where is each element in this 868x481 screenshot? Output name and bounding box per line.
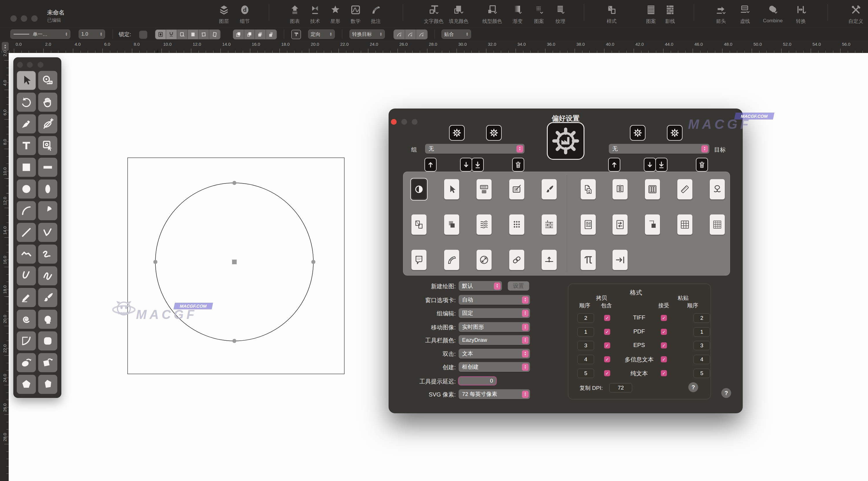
window-close-button[interactable] bbox=[10, 16, 17, 22]
copy-order-PDF[interactable]: 1 bbox=[578, 327, 594, 337]
ruler-pane[interactable] bbox=[677, 179, 692, 200]
group-download-button[interactable] bbox=[460, 158, 472, 172]
rotate-zoom-tool[interactable] bbox=[38, 114, 57, 133]
freehand-tool[interactable] bbox=[38, 245, 57, 264]
target-delete-button[interactable] bbox=[696, 158, 708, 172]
text-tool[interactable] bbox=[17, 136, 36, 155]
styles-pane[interactable] bbox=[411, 214, 427, 235]
palette-zoom-button[interactable] bbox=[38, 62, 43, 68]
group-upload-button[interactable] bbox=[425, 158, 437, 172]
pentagon-tool[interactable] bbox=[17, 375, 36, 394]
orient-select[interactable]: 定向 ▲▼ bbox=[308, 30, 335, 39]
spiral-tool[interactable] bbox=[17, 310, 36, 329]
graph-paper-pane[interactable] bbox=[710, 214, 725, 235]
measure-tool[interactable] bbox=[38, 71, 57, 90]
toolbar-item-customize[interactable]: 自定义 bbox=[842, 4, 868, 25]
copy-include-checkbox-EPS[interactable]: ✓ bbox=[604, 342, 610, 349]
paste-order-多信息文本[interactable]: 4 bbox=[693, 355, 710, 364]
format-help-button[interactable]: ? bbox=[688, 382, 698, 392]
toolbar-item-hatch[interactable]: 影线 bbox=[656, 4, 684, 25]
selection-mode-3-button[interactable] bbox=[177, 30, 188, 39]
polygon-tool[interactable] bbox=[38, 375, 57, 394]
selection-mode-6-button[interactable] bbox=[209, 30, 220, 39]
blob-rotate-tool[interactable] bbox=[17, 353, 36, 372]
line-style-select[interactable]: 单一… ▲▼ bbox=[10, 30, 70, 39]
rounded-rect-tool[interactable] bbox=[38, 331, 57, 351]
paste-order-EPS[interactable]: 3 bbox=[693, 341, 710, 350]
window-minimize-button[interactable] bbox=[21, 16, 27, 22]
links-pane[interactable] bbox=[509, 250, 524, 270]
pie-tool[interactable] bbox=[38, 201, 57, 220]
rotate-tool[interactable] bbox=[17, 93, 36, 112]
copy-order-TIFF[interactable]: 2 bbox=[578, 313, 594, 323]
sync-target-1-button[interactable] bbox=[630, 125, 646, 141]
arrange-2-button[interactable] bbox=[244, 30, 255, 39]
callout-pane[interactable] bbox=[411, 250, 427, 270]
curve-style-2-button[interactable] bbox=[405, 30, 416, 39]
brush-pane[interactable] bbox=[541, 179, 557, 200]
toolbar-item-dash-line[interactable]: 虚线 bbox=[731, 4, 759, 25]
pan-tool[interactable] bbox=[38, 93, 57, 112]
arrange-4-button[interactable] bbox=[266, 30, 277, 39]
snap-select[interactable]: 贴合 ▲▼ bbox=[441, 30, 471, 39]
arrange-1-button[interactable] bbox=[233, 30, 244, 39]
curve-style-3-button[interactable] bbox=[416, 30, 427, 39]
general-pane[interactable] bbox=[411, 179, 427, 200]
arrange-3-button[interactable] bbox=[255, 30, 266, 39]
direct-select-tool[interactable] bbox=[38, 136, 57, 155]
paste-order-TIFF[interactable]: 2 bbox=[693, 313, 710, 323]
vertical-ruler[interactable]: 2.04.06.08.010.012.014.016.018.020.022.0… bbox=[0, 53, 9, 481]
form-select-3[interactable]: 固定▲▼ bbox=[459, 308, 530, 318]
target-upload-button[interactable] bbox=[608, 158, 620, 172]
text-format-pane[interactable] bbox=[581, 214, 596, 235]
tab-pane[interactable] bbox=[613, 250, 627, 270]
ellipse-tool[interactable] bbox=[38, 179, 57, 199]
lock-checkbox[interactable] bbox=[139, 31, 147, 39]
form-select-5[interactable]: EazyDraw▲▼ bbox=[459, 335, 530, 345]
circle-tool[interactable] bbox=[17, 179, 36, 199]
copy-include-checkbox-多信息文本[interactable]: ✓ bbox=[604, 356, 610, 362]
knife-tool[interactable] bbox=[17, 114, 36, 133]
paste-accept-checkbox-EPS[interactable]: ✓ bbox=[661, 342, 667, 349]
portrait-tool[interactable] bbox=[38, 310, 57, 329]
arrange-pane[interactable] bbox=[444, 214, 459, 235]
dpi-field[interactable]: 72 bbox=[609, 383, 632, 392]
palettes-pane[interactable] bbox=[645, 179, 660, 200]
target-download-button[interactable] bbox=[644, 158, 656, 172]
toolbar-item-annotation[interactable]: text批注 bbox=[362, 4, 390, 25]
polyline-tool[interactable] bbox=[38, 223, 57, 242]
horizontal-ruler[interactable]: ▲▼ 0.02.04.06.08.010.012.014.016.018.020… bbox=[0, 40, 868, 53]
junction-pane[interactable] bbox=[541, 250, 557, 270]
paste-accept-checkbox-TIFF[interactable]: ✓ bbox=[661, 315, 667, 321]
line-width-stepper[interactable]: 1.0 ▲▼ bbox=[79, 30, 105, 39]
group-download-all-button[interactable] bbox=[472, 158, 484, 172]
settings-button[interactable]: 设置 bbox=[508, 281, 529, 291]
pattern-pane[interactable] bbox=[509, 214, 524, 235]
text-mode-button[interactable] bbox=[291, 30, 301, 39]
shadow-pane[interactable] bbox=[645, 214, 660, 235]
arc-tool[interactable] bbox=[17, 201, 36, 220]
group-delete-button[interactable] bbox=[512, 158, 524, 172]
copy-order-EPS[interactable]: 3 bbox=[578, 341, 594, 350]
mirror-doc-pane[interactable] bbox=[613, 179, 627, 200]
bar-tool[interactable] bbox=[38, 158, 57, 177]
window-zoom-button[interactable] bbox=[31, 16, 38, 22]
copy-order-多信息文本[interactable]: 4 bbox=[578, 355, 594, 364]
paste-order-纯文本[interactable]: 5 bbox=[693, 369, 710, 378]
tooltip-delay-field[interactable]: 0 bbox=[458, 376, 497, 386]
convert-target-select[interactable]: 转换目标 ▲▼ bbox=[349, 30, 385, 39]
transfer-pane[interactable] bbox=[613, 214, 627, 235]
form-select-1[interactable]: 默认▲▼ bbox=[459, 281, 502, 291]
toolbar-item-arrowhead[interactable]: 箭头 bbox=[707, 4, 735, 25]
dialog-help-button[interactable]: ? bbox=[721, 388, 731, 398]
factory-settings-button[interactable] bbox=[547, 122, 585, 160]
copy-include-checkbox-TIFF[interactable]: ✓ bbox=[604, 315, 610, 321]
selection-tool[interactable] bbox=[17, 71, 36, 90]
form-select-6[interactable]: 文本▲▼ bbox=[459, 349, 530, 359]
form-select-7[interactable]: 框创建▲▼ bbox=[459, 362, 530, 372]
sync-target-2-button[interactable] bbox=[667, 125, 683, 141]
target-download-all-button[interactable] bbox=[655, 158, 668, 172]
selection-mode-1-button[interactable] bbox=[155, 30, 166, 39]
curve-style-1-button[interactable] bbox=[394, 30, 405, 39]
paste-order-PDF[interactable]: 1 bbox=[693, 327, 710, 337]
